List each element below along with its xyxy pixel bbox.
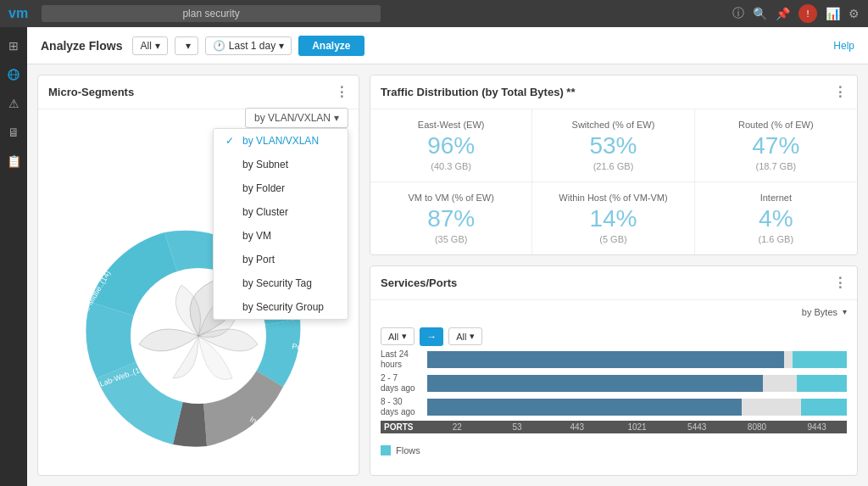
app-logo: vm [8,6,28,21]
notification-icon[interactable]: ! [798,4,817,23]
topbar-icons: ⓘ 🔍 📌 ! 📊 ⚙ [732,4,860,23]
search-input[interactable] [126,8,296,20]
topbar: vm ⓘ 🔍 📌 ! 📊 ⚙ [0,0,868,27]
search-icon[interactable]: 🔍 [753,7,767,20]
pin-icon[interactable]: 📌 [776,7,790,20]
search-bar[interactable] [42,5,381,22]
settings-icon[interactable]: ⚙ [849,7,860,20]
chart-icon[interactable]: 📊 [826,7,840,20]
info-icon[interactable]: ⓘ [732,6,744,21]
